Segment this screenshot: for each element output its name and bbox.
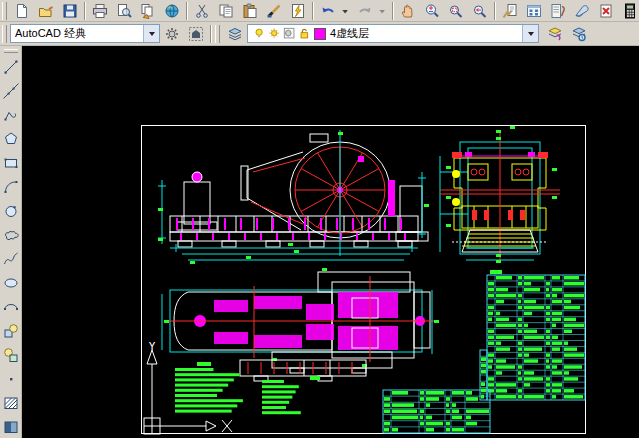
toolbar-grip[interactable] [4, 49, 18, 53]
layer-viewport-freeze-icon [283, 27, 297, 41]
zoom-window-button[interactable] [444, 0, 468, 21]
toolbar-grip[interactable] [2, 2, 7, 20]
paste-button[interactable] [238, 0, 262, 21]
layer-color-swatch-icon[interactable] [312, 26, 327, 41]
make-block-button[interactable] [0, 343, 22, 367]
polygon-button[interactable] [0, 127, 22, 151]
layer-selector-dropdown-icon[interactable] [522, 25, 538, 42]
publish-icon [140, 3, 156, 19]
publish-web-button[interactable] [160, 0, 184, 21]
ucs-y-label: Y [149, 340, 156, 353]
workspace-selector-dropdown-icon[interactable] [143, 25, 159, 42]
layer-viewport-freeze-icon[interactable] [282, 26, 297, 41]
toolbar-separator [186, 2, 188, 20]
undo-button[interactable] [316, 0, 340, 21]
pan-realtime-icon [400, 3, 416, 19]
design-center-button[interactable] [522, 0, 546, 21]
plot-preview-button[interactable] [112, 0, 136, 21]
undo-icon [320, 3, 336, 19]
spline-icon [3, 251, 19, 267]
revision-cloud-icon [3, 227, 19, 243]
layer-selector[interactable]: 4虚线层 [247, 24, 539, 43]
properties-button[interactable] [498, 0, 522, 21]
cut-icon [194, 3, 210, 19]
toolbar-separator [84, 2, 86, 20]
plot-button[interactable] [88, 0, 112, 21]
tool-palettes-button[interactable] [546, 0, 570, 21]
ellipse-arc-button[interactable] [0, 295, 22, 319]
toolbar-separator [210, 25, 212, 43]
spline-button[interactable] [0, 247, 22, 271]
plot-icon [92, 3, 108, 19]
match-properties-button[interactable] [262, 0, 286, 21]
toolbar-grip[interactable] [215, 25, 220, 43]
insert-block-icon [3, 323, 19, 339]
toolbar-separator [494, 2, 496, 20]
hatch-button[interactable] [0, 391, 22, 415]
arc-button[interactable] [0, 175, 22, 199]
gradient-button[interactable] [0, 415, 22, 438]
my-workspace-button[interactable] [184, 23, 208, 44]
design-center-icon [526, 3, 542, 19]
layer-selector-value: 4虚线层 [327, 26, 520, 41]
layer-states-manager-button[interactable] [567, 23, 591, 44]
layer-thaw-sun-icon [268, 27, 282, 41]
construction-line-icon [3, 83, 19, 99]
ellipse-arc-icon [3, 299, 19, 315]
save-file-button[interactable] [58, 0, 82, 21]
workspace-layer-toolbar: AutoCAD 经典 4虚线层 [0, 22, 639, 46]
toolbar-grip[interactable] [2, 25, 7, 43]
workspace-selector-value: AutoCAD 经典 [15, 26, 141, 41]
quickcalc-icon [622, 3, 638, 19]
line-button[interactable] [0, 55, 22, 79]
arc-icon [3, 179, 19, 195]
layer-unlock-icon[interactable] [297, 26, 312, 41]
layer-properties-manager-icon [227, 26, 243, 42]
circle-button[interactable] [0, 199, 22, 223]
tool-palettes-icon [550, 3, 566, 19]
drawing-canvas[interactable]: Y [22, 46, 639, 438]
publish-button[interactable] [136, 0, 160, 21]
redo-menu-button[interactable] [377, 0, 390, 21]
sheet-set-manager-button[interactable] [570, 0, 594, 21]
properties-icon [502, 3, 518, 19]
revision-cloud-button[interactable] [0, 223, 22, 247]
new-file-button[interactable] [10, 0, 34, 21]
rectangle-button[interactable] [0, 151, 22, 175]
redo-icon [357, 3, 373, 19]
layer-on-bulb-icon[interactable] [252, 26, 267, 41]
layer-thaw-sun-icon[interactable] [267, 26, 282, 41]
line-icon [3, 59, 19, 75]
redo-button[interactable] [353, 0, 377, 21]
layer-properties-manager-button[interactable] [223, 23, 247, 44]
quickcalc-button[interactable] [618, 0, 639, 21]
polyline-icon [3, 107, 19, 123]
markup-set-manager-button[interactable] [594, 0, 618, 21]
toolbar-separator [392, 2, 394, 20]
plot-preview-icon [116, 3, 132, 19]
ellipse-button[interactable] [0, 271, 22, 295]
polyline-button[interactable] [0, 103, 22, 127]
layer-previous-icon [547, 26, 563, 42]
open-file-icon [38, 3, 54, 19]
circle-icon [3, 203, 19, 219]
workspace-selector[interactable]: AutoCAD 经典 [10, 24, 160, 43]
zoom-previous-icon [472, 3, 488, 19]
copy-button[interactable] [214, 0, 238, 21]
layer-previous-button[interactable] [543, 23, 567, 44]
construction-line-button[interactable] [0, 79, 22, 103]
open-file-button[interactable] [34, 0, 58, 21]
undo-menu-button[interactable] [340, 0, 353, 21]
workspace-settings-button[interactable] [160, 23, 184, 44]
zoom-realtime-button[interactable] [420, 0, 444, 21]
cut-button[interactable] [190, 0, 214, 21]
make-block-icon [3, 347, 19, 363]
insert-block-button[interactable] [0, 319, 22, 343]
polygon-icon [3, 131, 19, 147]
layer-unlock-icon [298, 27, 312, 41]
pan-realtime-button[interactable] [396, 0, 420, 21]
block-editor-button[interactable] [286, 0, 310, 21]
point-button[interactable] [0, 367, 22, 391]
zoom-previous-button[interactable] [468, 0, 492, 21]
zoom-realtime-icon [424, 3, 440, 19]
